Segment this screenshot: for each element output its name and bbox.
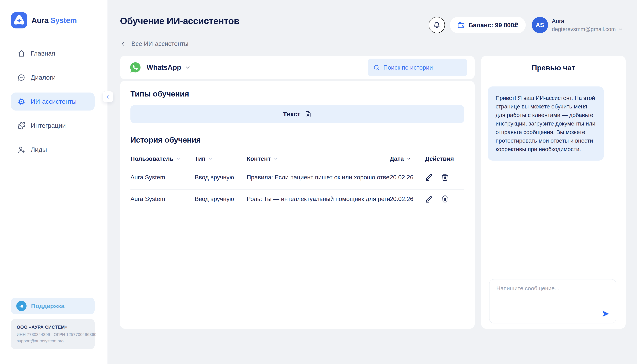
cell-user: Aura System xyxy=(130,196,195,202)
table-header-row: Пользователь Тип Контент Дата Действия xyxy=(130,152,464,165)
sidebar-item-integrations[interactable]: Интеграции xyxy=(11,116,94,134)
balance-label: Баланс: 99 800₽ xyxy=(468,22,518,29)
user-name: Aura xyxy=(552,18,623,25)
cell-user: Aura System xyxy=(130,174,195,181)
chat-preview-title: Превью чат xyxy=(481,56,626,80)
cell-type: Ввод вручную xyxy=(195,196,247,202)
sort-chevron-icon xyxy=(273,156,278,161)
trash-icon xyxy=(441,195,449,203)
sidebar-collapse-button[interactable] xyxy=(102,91,113,102)
column-header-date[interactable]: Дата xyxy=(390,155,425,162)
column-header-user[interactable]: Пользователь xyxy=(130,155,195,162)
cell-actions xyxy=(425,173,464,181)
cell-content: Правила: Если пациент пишет ок или хорош… xyxy=(247,174,390,181)
balance-pill[interactable]: Баланс: 99 800₽ xyxy=(450,17,526,33)
sidebar-item-ai-assistants[interactable]: ИИ-ассистенты xyxy=(11,92,94,110)
channel-select[interactable]: WhatsApp xyxy=(129,61,191,74)
wallet-icon xyxy=(457,21,465,29)
history-table: Пользователь Тип Контент Дата Действия A… xyxy=(130,152,464,208)
edit-button[interactable] xyxy=(425,195,433,203)
history-search[interactable] xyxy=(368,58,467,76)
edit-button[interactable] xyxy=(425,173,433,181)
table-row: Aura System Ввод вручную Правила: Если п… xyxy=(130,168,464,186)
trash-icon xyxy=(441,173,449,181)
company-registration: ИНН 7730344399 · ОГРН 1257700496360 xyxy=(17,332,89,337)
send-icon xyxy=(601,310,610,318)
sidebar-item-dialogs[interactable]: Диалоги xyxy=(11,68,94,86)
training-history-title: История обучения xyxy=(130,136,464,144)
cell-actions xyxy=(425,195,464,203)
training-type-text-button[interactable]: Текст xyxy=(130,105,464,123)
brand-name: Aura System xyxy=(32,16,77,25)
notifications-button[interactable] xyxy=(429,17,445,33)
breadcrumb-back[interactable]: Все ИИ-ассистенты xyxy=(120,40,188,48)
search-input[interactable] xyxy=(383,64,462,71)
sidebar-item-label: Главная xyxy=(31,50,55,57)
chevron-left-icon xyxy=(105,94,111,100)
training-type-text-label: Текст xyxy=(283,110,300,118)
chat-spacer xyxy=(481,160,626,279)
company-info: ООО «АУРА СИСТЕМ» ИНН 7730344399 · ОГРН … xyxy=(11,319,94,349)
header-actions: Баланс: 99 800₽ AS Aura degterevsmm@gmai… xyxy=(429,17,623,33)
pencil-icon xyxy=(425,195,433,203)
support-button[interactable]: Поддержка xyxy=(11,298,94,314)
assistant-message-bubble: Привет! Я ваш ИИ-ассистент. На этой стра… xyxy=(488,86,604,160)
sidebar-spacer xyxy=(11,159,94,298)
sort-chevron-icon xyxy=(406,156,412,161)
sidebar-item-home[interactable]: Главная xyxy=(11,44,94,62)
chip-icon xyxy=(18,98,26,106)
chevron-down-icon xyxy=(185,64,191,71)
breadcrumb-label: Все ИИ-ассистенты xyxy=(132,40,188,48)
page-title: Обучение ИИ-ассистентов xyxy=(120,16,240,26)
sidebar-item-label: ИИ-ассистенты xyxy=(31,98,76,105)
delete-button[interactable] xyxy=(441,195,449,203)
sidebar-nav: Главная Диалоги ИИ-ассистенты Интеграции… xyxy=(11,44,94,159)
sort-chevron-icon xyxy=(208,156,213,161)
cell-content: Роль: Ты — интеллектуальный помощник для… xyxy=(247,196,390,202)
chat-bubble-icon xyxy=(18,74,26,82)
whatsapp-icon xyxy=(129,61,142,74)
training-types-title: Типы обучения xyxy=(130,90,464,98)
brand-logo-icon xyxy=(11,12,27,28)
training-panel: Типы обучения Текст История обучения Пол… xyxy=(120,81,475,329)
puzzle-icon xyxy=(18,122,26,130)
bell-icon xyxy=(433,21,441,29)
sidebar: Aura System Главная Диалоги ИИ-ассистент… xyxy=(0,0,108,364)
avatar: AS xyxy=(532,17,548,33)
cell-date: 20.02.26 xyxy=(390,174,425,181)
column-header-type[interactable]: Тип xyxy=(195,155,247,162)
sidebar-item-label: Диалоги xyxy=(31,74,56,81)
channel-toolbar: WhatsApp xyxy=(120,56,475,79)
send-button[interactable] xyxy=(601,310,610,318)
search-icon xyxy=(373,64,380,71)
cell-type: Ввод вручную xyxy=(195,174,247,181)
telegram-icon xyxy=(16,301,26,311)
sidebar-item-label: Лиды xyxy=(31,146,47,153)
channel-label: WhatsApp xyxy=(146,64,181,72)
user-plus-icon xyxy=(18,146,26,154)
support-label: Поддержка xyxy=(31,302,64,310)
sidebar-item-leads[interactable]: Лиды xyxy=(11,141,94,159)
user-menu[interactable]: AS Aura degterevsmm@gmail.com xyxy=(532,17,623,33)
brand-logo[interactable]: Aura System xyxy=(11,12,94,28)
delete-button[interactable] xyxy=(441,173,449,181)
user-info: Aura degterevsmm@gmail.com xyxy=(552,18,623,32)
company-name: ООО «АУРА СИСТЕМ» xyxy=(17,324,89,330)
home-icon xyxy=(18,50,26,58)
chat-preview-panel: Превью чат Привет! Я ваш ИИ-ассистент. Н… xyxy=(481,56,626,329)
user-email: degterevsmm@gmail.com xyxy=(552,26,616,32)
table-row: Aura System Ввод вручную Роль: Ты — инте… xyxy=(130,190,464,208)
column-header-content[interactable]: Контент xyxy=(247,155,390,162)
chevron-left-icon xyxy=(120,41,126,47)
column-header-actions: Действия xyxy=(425,155,464,162)
document-icon xyxy=(304,110,312,118)
message-textarea[interactable] xyxy=(490,280,616,323)
company-email: support@aurasystem.pro xyxy=(17,338,89,344)
chevron-down-icon xyxy=(618,26,623,32)
cell-date: 20.02.26 xyxy=(390,196,425,202)
message-input-box xyxy=(489,279,616,324)
sidebar-item-label: Интеграции xyxy=(31,122,66,129)
sort-chevron-icon xyxy=(176,156,181,161)
pencil-icon xyxy=(425,173,433,181)
